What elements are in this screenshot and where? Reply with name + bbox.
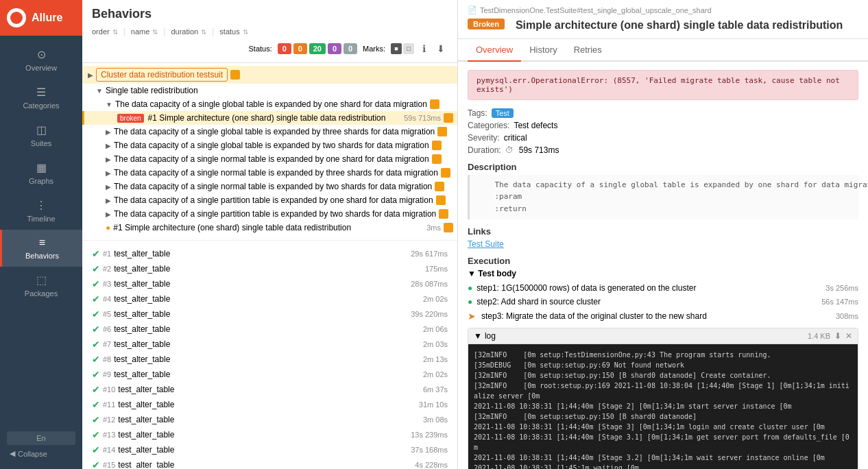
- test-label: test_alter_table: [114, 264, 170, 274]
- tree-item-2[interactable]: ▶ The data capacity of a single global t…: [82, 125, 457, 139]
- test-duration: 6m 37s: [423, 385, 448, 394]
- tree-item-1-label: #1 Simple architecture (one shard) singl…: [148, 113, 386, 123]
- test-number: #3: [103, 280, 111, 288]
- tab-history[interactable]: History: [521, 39, 565, 62]
- broken-badge: broken: [117, 114, 144, 123]
- test-list-item[interactable]: ✔ #4 test_alter_table 2m 02s: [82, 291, 457, 306]
- tabs: Overview History Retries: [458, 39, 868, 62]
- duration-sort[interactable]: duration ⇅: [171, 27, 206, 36]
- badge-purple[interactable]: 0: [328, 43, 341, 54]
- collapse-icon: ◀: [10, 449, 15, 458]
- name-sort[interactable]: name ⇅: [131, 27, 158, 36]
- test-list-item[interactable]: ✔ #15 test_alter_table 4s 228ms: [82, 457, 457, 469]
- badge-red[interactable]: 0: [278, 43, 291, 54]
- step-2-icon: ●: [468, 297, 472, 306]
- badge-green[interactable]: 20: [309, 43, 326, 54]
- download-button[interactable]: ⬇: [434, 42, 448, 56]
- test-duration: 3m 08s: [423, 416, 448, 424]
- sidebar-item-overview[interactable]: ⊙ Overview: [0, 41, 82, 79]
- panel-title: Behaviors: [92, 7, 448, 21]
- info-button[interactable]: ℹ: [420, 42, 429, 56]
- sidebar-item-packages[interactable]: ⬚ Packages: [0, 267, 82, 304]
- tab-overview[interactable]: Overview: [468, 39, 521, 62]
- tree-item-1[interactable]: broken #1 Simple architecture (one shard…: [82, 111, 457, 125]
- test-list-item[interactable]: ✔ #2 test_alter_table 175ms: [82, 261, 457, 276]
- test-label: test_alter_table: [118, 385, 174, 394]
- sidebar-item-suites[interactable]: ◫ Suites: [0, 117, 82, 154]
- tree-item-0-label: The data capacity of a single global tab…: [115, 99, 427, 109]
- step-3: ➤ step3: Migrate the data of the origina…: [468, 309, 858, 324]
- log-toggle[interactable]: ▼ log: [474, 331, 496, 341]
- test-list-item[interactable]: ✔ #3 test_alter_table 28s 087ms: [82, 276, 457, 291]
- tree-item-8[interactable]: ▶ The data capacity of a single partitio…: [82, 207, 457, 221]
- language-selector[interactable]: En: [7, 431, 75, 445]
- status-sort[interactable]: status ⇅: [219, 27, 248, 36]
- test-duration: 13s 239ms: [411, 431, 448, 439]
- tree-item-7-icon: [436, 195, 446, 205]
- tree-item-0[interactable]: ▼ The data capacity of a single global t…: [82, 97, 457, 111]
- log-content: [32mINFO [0m setup:TestDimensionOne.py:4…: [468, 344, 858, 469]
- tree-item-5[interactable]: ▶ The data capacity of a single normal t…: [82, 166, 457, 180]
- breadcrumb: 📄 TestDimensionOne.TestSuite#test_single…: [468, 5, 858, 14]
- test-number: #12: [103, 416, 115, 424]
- test-list-item[interactable]: ✔ #14 test_alter_table 37s 168ms: [82, 442, 457, 457]
- severity-value: critical: [504, 133, 527, 143]
- test-number: #9: [103, 370, 111, 378]
- test-list-item[interactable]: ✔ #6 test_alter_table 2m 06s: [82, 322, 457, 337]
- badge-orange[interactable]: 0: [293, 43, 307, 54]
- sidebar-item-categories[interactable]: ☰ Categories: [0, 79, 82, 117]
- tree-item-9[interactable]: ● #1 Simple architecture (one shard) sin…: [82, 221, 457, 234]
- log-close-icon[interactable]: ✕: [845, 331, 852, 341]
- test-list-item[interactable]: ✔ #1 test_alter_table 29s 617ms: [82, 246, 457, 261]
- collapse-label: Collapse: [18, 450, 47, 458]
- tab-retries[interactable]: Retries: [566, 39, 610, 62]
- tree-item-9-duration: 3ms: [426, 224, 441, 232]
- tree-item-9-label: #1 Simple architecture (one shard) singl…: [113, 223, 351, 232]
- test-list-item[interactable]: ✔ #10 test_alter_table 6m 37s: [82, 382, 457, 397]
- sidebar-item-graphs[interactable]: ▦ Graphs: [0, 154, 82, 192]
- test-list-item[interactable]: ✔ #5 test_alter_table 39s 220ms: [82, 306, 457, 322]
- test-label: test_alter_table: [118, 460, 174, 469]
- test-status-icon: ✔: [92, 248, 100, 259]
- sidebar-bottom: En ◀ Collapse: [0, 424, 82, 469]
- tree-item-4-label: The data capacity of a single normal tab…: [114, 154, 429, 164]
- tree-item-0-toggle: ▼: [106, 101, 112, 108]
- order-sort-icon: ⇅: [112, 28, 118, 36]
- order-sort[interactable]: order ⇅: [92, 27, 118, 36]
- mark-icon-2[interactable]: □: [403, 43, 414, 54]
- test-duration: 39s 220ms: [411, 310, 448, 318]
- test-label: test_alter_table: [114, 309, 170, 319]
- left-panel: Behaviors order ⇅ | name ⇅ | duration ⇅ …: [82, 0, 458, 469]
- sidebar-item-behaviors[interactable]: ≡ Behaviors: [0, 230, 82, 267]
- links-value[interactable]: Test Suite: [468, 239, 504, 249]
- test-duration: 2m 06s: [423, 325, 448, 333]
- description-title: Description: [468, 162, 858, 172]
- tree-item-6[interactable]: ▶ The data capacity of a single normal t…: [82, 180, 457, 193]
- collapse-button[interactable]: ◀ Collapse: [7, 445, 75, 462]
- mark-icon-1[interactable]: ■: [391, 43, 402, 54]
- tree-item-4[interactable]: ▶ The data capacity of a single normal t…: [82, 152, 457, 166]
- cluster-toggle: ▶: [88, 71, 93, 79]
- test-list-item[interactable]: ✔ #12 test_alter_table 3m 08s: [82, 412, 457, 427]
- categories-icon: ☰: [36, 86, 46, 99]
- sidebar-item-timeline[interactable]: ⋮ Timeline: [0, 192, 82, 230]
- tree-item-4-toggle: ▶: [106, 156, 111, 163]
- test-list-item[interactable]: ✔ #7 test_alter_table 2m 03s: [82, 337, 457, 352]
- single-table-row[interactable]: ▼ Single table redistribution: [82, 84, 457, 97]
- cluster-row[interactable]: ▶ Cluster data redistribution testsuit: [82, 66, 457, 84]
- log-label: log: [485, 331, 496, 341]
- test-label: test_alter_table: [114, 370, 170, 379]
- sidebar: Allure ⊙ Overview ☰ Categories ◫ Suites …: [0, 0, 82, 469]
- toolbar-right: Status: 0 0 20 0 0 Marks: ■ □ ℹ ⬇: [249, 42, 448, 56]
- log-download-icon[interactable]: ⬇: [834, 331, 841, 341]
- test-list-item[interactable]: ✔ #11 test_alter_table 31m 10s: [82, 397, 457, 412]
- test-list-item[interactable]: ✔ #8 test_alter_table 2m 13s: [82, 352, 457, 367]
- step-2: ● step2: Add shard in source cluster 56s…: [468, 295, 858, 309]
- app-title: Allure: [32, 12, 62, 24]
- test-list-item[interactable]: ✔ #13 test_alter_table 13s 239ms: [82, 427, 457, 442]
- test-list-item[interactable]: ✔ #9 test_alter_table 2m 02s: [82, 367, 457, 382]
- tree-item-3[interactable]: ▶ The data capacity of a single global t…: [82, 139, 457, 152]
- badge-gray[interactable]: 0: [343, 43, 357, 54]
- tree-item-1-icon: [444, 113, 453, 123]
- tree-item-7[interactable]: ▶ The data capacity of a single partitio…: [82, 193, 457, 207]
